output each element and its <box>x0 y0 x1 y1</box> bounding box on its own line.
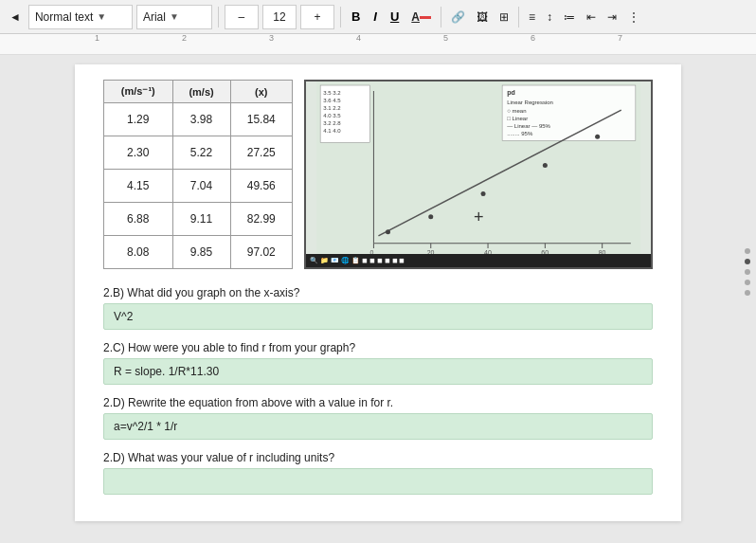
qa-section-q2d1: 2.D) Rewrite the equation from above wit… <box>103 396 653 440</box>
graph-image: 3.5 3.2 3.6 4.5 3.1 2.2 4.0 3.5 3.2 2.8 … <box>304 80 653 269</box>
font-label: Arial <box>143 10 166 24</box>
answer-q2b[interactable]: V^2 <box>103 303 653 330</box>
question-q2b: 2.B) What did you graph on the x-axis? <box>103 286 653 299</box>
table-cell-r0-c0: 1.29 <box>104 103 173 136</box>
ruler-mark-2: 2 <box>182 33 187 43</box>
table-cell-r2-c0: 4.15 <box>104 170 173 203</box>
table-cell-r4-c0: 8.08 <box>104 236 173 269</box>
table-row: 8.089.8597.02 <box>104 236 293 269</box>
table-cell-r0-c2: 15.84 <box>230 103 292 136</box>
font-size-plus: + <box>314 10 320 24</box>
taskbar: 🔍 📁 📧 🌐 📋 ◼ ◼ ◼ ◼ ◼ ◼ <box>306 254 651 267</box>
font-color-label: A <box>411 10 420 24</box>
svg-text:— Linear — 95%: — Linear — 95% <box>507 123 550 129</box>
back-arrow-icon[interactable]: ◄ <box>6 9 25 26</box>
svg-text:○ mean: ○ mean <box>507 108 526 114</box>
indent-more-icon[interactable]: ⇥ <box>603 5 621 29</box>
table-cell-r2-c1: 7.04 <box>172 170 230 203</box>
font-size-dash: – <box>239 10 245 24</box>
font-chevron-icon: ▼ <box>170 11 179 22</box>
scroll-dots <box>745 248 750 296</box>
table-cell-r4-c2: 97.02 <box>230 236 292 269</box>
color-bar <box>420 16 431 19</box>
font-dropdown[interactable]: Arial ▼ <box>136 5 212 29</box>
main-content: (m/s⁻¹) (m/s) (x) 1.293.9815.842.305.222… <box>0 55 756 543</box>
table-row: 2.305.2227.25 <box>104 136 293 170</box>
italic-button[interactable]: I <box>369 5 382 29</box>
table-cell-r3-c0: 6.88 <box>104 203 173 236</box>
toolbar-left: ◄ Normal text ▼ Arial ▼ – 12 + B I U A 🔗… <box>6 5 643 29</box>
divider-1 <box>218 7 219 27</box>
align-icon[interactable]: ≡ <box>525 5 539 29</box>
question-q2d2: 2.D) What was your value of r including … <box>103 451 653 464</box>
bullets-icon[interactable]: ≔ <box>560 5 579 29</box>
svg-text:Linear Regression: Linear Regression <box>507 100 553 105</box>
font-size-number: 12 <box>273 10 285 24</box>
svg-point-28 <box>386 229 390 234</box>
style-label: Normal text <box>35 10 93 24</box>
svg-text:4.0 3.5: 4.0 3.5 <box>323 113 341 118</box>
ruler-mark-7: 7 <box>618 33 622 43</box>
bold-button[interactable]: B <box>347 5 365 29</box>
ruler-mark-3: 3 <box>269 33 274 43</box>
table-cell-r4-c1: 9.85 <box>172 236 230 269</box>
scroll-dot-1 <box>745 248 750 254</box>
underline-button[interactable]: U <box>386 5 404 29</box>
divider-2 <box>340 7 341 27</box>
svg-text:3.1 2.2: 3.1 2.2 <box>323 105 341 111</box>
data-table: (m/s⁻¹) (m/s) (x) 1.293.9815.842.305.222… <box>103 80 293 269</box>
scroll-dot-5 <box>745 290 750 296</box>
col-header-3: (x) <box>230 81 292 103</box>
col-header-1: (m/s⁻¹) <box>104 81 173 103</box>
qa-container: 2.B) What did you graph on the x-axis?V^… <box>103 286 653 495</box>
table-row: 4.157.0449.56 <box>104 170 293 203</box>
answer-q2d1[interactable]: a=v^2/1 * 1/r <box>103 413 653 440</box>
scroll-dot-3 <box>745 269 750 275</box>
link-icon[interactable]: 🔗 <box>447 5 469 29</box>
svg-text:pd: pd <box>507 89 515 97</box>
font-size-value[interactable]: 12 <box>262 5 297 29</box>
document-area: (m/s⁻¹) (m/s) (x) 1.293.9815.842.305.222… <box>75 64 681 521</box>
more-options-icon[interactable]: ⋮ <box>624 5 643 29</box>
table-cell-r2-c2: 49.56 <box>230 170 292 203</box>
image-icon[interactable]: 🖼 <box>473 5 492 29</box>
qa-section-q2b: 2.B) What did you graph on the x-axis?V^… <box>103 286 653 330</box>
scroll-dot-2 <box>745 259 750 264</box>
svg-point-30 <box>481 191 486 196</box>
graph-svg: 3.5 3.2 3.6 4.5 3.1 2.2 4.0 3.5 3.2 2.8 … <box>306 81 651 267</box>
qa-section-q2c: 2.C) How were you able to find r from yo… <box>103 341 653 385</box>
divider-3 <box>441 7 441 27</box>
divider-4 <box>518 7 519 27</box>
line-spacing-icon[interactable]: ↕ <box>543 5 556 29</box>
svg-text:4.1 4.0: 4.1 4.0 <box>323 128 341 134</box>
ruler-mark-6: 6 <box>531 33 535 43</box>
indent-less-icon[interactable]: ⇤ <box>583 5 600 29</box>
top-row: (m/s⁻¹) (m/s) (x) 1.293.9815.842.305.222… <box>103 80 653 269</box>
svg-text:□ Linear: □ Linear <box>507 116 528 121</box>
svg-point-29 <box>428 214 433 219</box>
ruler-mark-5: 5 <box>443 33 448 43</box>
table-cell-r3-c2: 82.99 <box>230 203 292 236</box>
svg-text:........ 95%: ........ 95% <box>507 131 533 136</box>
answer-q2c[interactable]: R = slope. 1/R*11.30 <box>103 358 653 385</box>
svg-point-31 <box>543 163 548 168</box>
style-dropdown[interactable]: Normal text ▼ <box>28 5 133 29</box>
font-color-icon[interactable]: A <box>407 5 435 29</box>
question-q2c: 2.C) How were you able to find r from yo… <box>103 341 653 354</box>
table-cell-r3-c1: 9.11 <box>172 203 230 236</box>
ruler: 1 2 3 4 5 6 7 <box>0 34 756 55</box>
table-row: 6.889.1182.99 <box>104 203 293 236</box>
table-icon[interactable]: ⊞ <box>495 5 513 29</box>
font-size-decrease[interactable]: – <box>225 5 259 29</box>
ruler-mark-1: 1 <box>95 33 99 43</box>
scroll-dot-4 <box>745 280 750 285</box>
table-cell-r1-c0: 2.30 <box>104 136 173 170</box>
svg-text:3.2 2.8: 3.2 2.8 <box>323 120 341 126</box>
font-size-increase[interactable]: + <box>300 5 334 29</box>
answer-empty-q2d2[interactable] <box>103 468 653 495</box>
col-header-2: (m/s) <box>172 81 230 103</box>
qa-section-q2d2: 2.D) What was your value of r including … <box>103 451 653 495</box>
svg-point-32 <box>595 135 600 139</box>
table-row: 1.293.9815.84 <box>104 103 293 136</box>
style-chevron-icon: ▼ <box>97 11 106 22</box>
